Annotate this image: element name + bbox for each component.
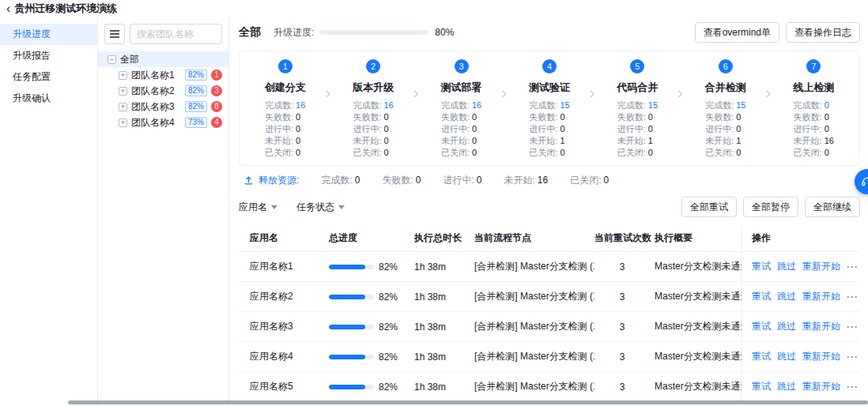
task-status-filter-dropdown[interactable]: 任务状态 [296,201,345,214]
overall-progress-percent: 80% [435,27,454,38]
stat-line: 未开始:1 [705,135,745,147]
tree-node-team[interactable]: + 团队名称3 82% 8 [98,99,228,115]
duration-cell: 1h 38m [414,321,474,333]
release-resources-row: 释放资源: 完成数:0 失败数:0 进行中:0 未开始:16 已关闭 [239,174,860,187]
row-progress-percent: 82% [379,321,398,333]
row-progress-fill [329,385,365,389]
app-name-filter-dropdown[interactable]: 应用名 [239,201,277,214]
team-progress-tag: 82% [185,85,207,96]
retry-link[interactable]: 重试 [752,350,771,363]
expand-icon[interactable]: + [119,103,127,111]
summary-cell: Master分支检测未通过，请合入代码后 [655,380,742,393]
tree-node-team[interactable]: + 团队名称1 82% 1 [98,67,228,83]
stat-line: 已关闭:0 [617,147,658,159]
skip-link[interactable]: 跳过 [777,290,796,303]
sidebar-item-upgrade-progress[interactable]: 升级进度 [0,24,97,45]
stat-line: 完成数:16 [265,100,305,111]
team-alert-badge: 3 [211,85,222,96]
step-title: 测试验证 [529,81,570,95]
skip-link[interactable]: 跳过 [777,380,796,393]
chevron-right-icon: › [413,85,419,100]
stat-line: 进行中:0 [529,123,569,135]
release-resources-link[interactable]: 释放资源: [259,174,299,187]
pipeline-step: › 5 代码合并 完成数:15 失败数:0 进行中:0 未开始:1 已关闭:0 [594,59,681,159]
tree-toolbar [98,24,228,44]
resume-all-button[interactable]: 全部继续 [805,197,860,217]
team-progress-tag: 82% [185,70,207,81]
step-title: 创建分支 [265,81,306,95]
pipeline-step: › 4 测试验证 完成数:15 失败数:0 进行中:0 未开始:1 已关闭:0 [505,59,593,159]
tree-node-all[interactable]: − 全部 [98,51,228,67]
col-summary: 执行概要 [655,231,742,245]
row-progress-bar [329,265,373,269]
collapse-icon[interactable]: − [108,55,116,64]
more-actions-icon[interactable]: ··· [847,351,859,363]
duration-cell: 1h 38m [414,261,474,273]
team-search-input[interactable] [130,24,222,44]
step-number-badge: 1 [278,59,292,73]
stat-line: 失败数:0 [265,111,305,123]
restart-link[interactable]: 重新开始 [802,260,840,273]
restart-link[interactable]: 重新开始 [802,290,840,303]
view-overmind-button[interactable]: 查看overmind单 [695,22,779,43]
stat-line: 失败数:0 [441,111,481,123]
stat-line: 进行中:0 [794,123,834,135]
menu-button[interactable] [104,24,125,44]
chevron-right-icon: › [501,85,507,100]
horizontal-scrollbar-thumb[interactable] [68,400,868,404]
stat-line: 失败数:0 [529,111,569,123]
restart-link[interactable]: 重新开始 [802,320,840,333]
filter-row: 应用名 任务状态 全部重试 全部暂停 全部继续 [239,197,860,217]
more-actions-icon[interactable]: ··· [847,382,859,393]
view-logs-button[interactable]: 查看操作日志 [786,22,860,43]
more-actions-icon[interactable]: ··· [847,261,859,273]
duration-cell: 1h 38m [414,351,474,363]
summary-cell: Master分支检测未通过，请合入代码后 [655,260,742,273]
page-header: ‹ 贵州迁移测试环境演练 [0,0,868,17]
table-row: 应用名称3 82% 1h 38m [合并检测] Master分支检测 (1m3s… [239,312,860,342]
step-number-badge: 2 [366,59,380,73]
pause-all-button[interactable]: 全部暂停 [743,197,798,217]
progress-cell: 82% [329,351,414,363]
retry-link[interactable]: 重试 [752,260,771,273]
pipeline-step: › 6 合并检测 完成数:15 失败数:0 进行中:0 未开始:1 已关闭:0 [681,59,769,159]
release-stat: 失败数:0 [382,174,421,187]
stat-line: 完成数:0 [794,100,834,111]
restart-link[interactable]: 重新开始 [802,380,840,393]
expand-icon[interactable]: + [119,87,127,96]
skip-link[interactable]: 跳过 [777,350,796,363]
step-stats: 完成数:15 失败数:0 进行中:0 未开始:1 已关闭:0 [617,100,658,159]
main-layout: 升级进度 升级报告 任务配置 升级确认 − 全部 + 团队名称1 82% 1 [0,17,868,406]
team-progress-tag: 82% [185,101,207,112]
scope-label: 全部 [239,25,261,39]
app-name-cell: 应用名称4 [239,350,329,363]
table-row: 应用名称2 82% 1h 38m [合并检测] Master分支检测 (1m4s… [239,282,860,312]
more-actions-icon[interactable]: ··· [847,291,859,303]
stat-line: 进行中:0 [441,123,481,135]
release-stat: 未开始:16 [504,174,548,187]
caret-down-icon [338,205,345,209]
sidebar-item-upgrade-confirm[interactable]: 升级确认 [0,88,97,109]
stat-line: 已关闭:0 [794,147,834,159]
step-stats: 完成数:16 失败数:0 进行中:0 未开始:0 已关闭:0 [265,100,305,159]
more-actions-icon[interactable]: ··· [847,321,859,333]
expand-icon[interactable]: + [119,118,127,127]
sidebar-item-upgrade-report[interactable]: 升级报告 [0,45,97,66]
pipeline-stepper: › 1 创建分支 完成数:16 失败数:0 进行中:0 未开始:0 已关闭:0 … [239,51,860,166]
team-name: 团队名称2 [131,85,181,98]
tree-node-team[interactable]: + 团队名称4 73% 4 [98,115,228,130]
retry-link[interactable]: 重试 [752,290,771,303]
expand-icon[interactable]: + [119,71,127,80]
retry-all-button[interactable]: 全部重试 [681,197,737,217]
restart-link[interactable]: 重新开始 [802,350,840,363]
retry-link[interactable]: 重试 [752,320,771,333]
tree-node-team[interactable]: + 团队名称2 82% 3 [98,83,228,99]
sidebar-item-task-config[interactable]: 任务配置 [0,66,97,88]
back-icon[interactable]: ‹ [6,2,10,15]
skip-link[interactable]: 跳过 [777,320,796,333]
step-stats: 完成数:16 失败数:0 进行中:0 未开始:0 已关闭:0 [441,100,481,159]
actions-cell: 重试 跳过 重新开始 ··· [742,312,860,341]
skip-link[interactable]: 跳过 [777,260,796,273]
content-area: 全部 升级进度: 80% 查看overmind单 查看操作日志 › 1 创建分支… [229,17,868,406]
retry-link[interactable]: 重试 [752,380,771,393]
